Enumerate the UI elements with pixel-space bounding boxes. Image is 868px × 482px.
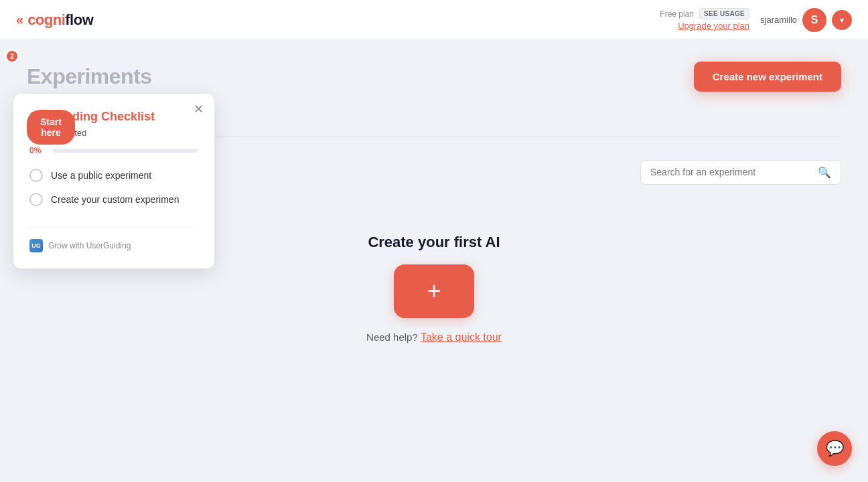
checklist-item-2[interactable]: Create your custom experimen [29, 193, 198, 206]
header-right: Free plan SEE USAGE Upgrade your plan sj… [660, 8, 852, 32]
start-here-button[interactable]: Start here [27, 110, 75, 145]
userguiding-logo: UG [29, 239, 43, 252]
chat-bubble-button[interactable]: 💬 [817, 431, 852, 466]
create-first-ai-button[interactable]: + [394, 264, 474, 318]
see-usage-badge[interactable]: SEE USAGE [699, 8, 749, 19]
search-icon: 🔍 [818, 166, 831, 179]
logo-cogni: cogni [27, 11, 65, 28]
checklist-label-1: Use a public experiment [51, 170, 151, 181]
page-title: Experiments [27, 64, 152, 89]
progress-percent: 0% [29, 146, 46, 155]
user-dropdown-button[interactable]: ▾ [832, 10, 852, 30]
quick-tour-link[interactable]: Take a quick tour [421, 331, 502, 343]
create-new-experiment-button[interactable]: Create new experiment [694, 62, 841, 92]
search-wrapper: 🔍 [640, 160, 841, 185]
plan-top: Free plan SEE USAGE [660, 8, 749, 19]
page-header: Experiments Create new experiment [27, 62, 841, 92]
checklist-items: Use a public experiment Create your cust… [29, 169, 198, 206]
plan-info: Free plan SEE USAGE Upgrade your plan [660, 8, 749, 31]
empty-state-title: Create your first AI [368, 234, 500, 251]
close-icon[interactable]: ✕ [194, 103, 204, 115]
logo-chevrons-icon: « [16, 12, 23, 27]
chat-icon: 💬 [826, 440, 844, 457]
avatar: S [802, 8, 826, 32]
userguiding-text: Grow with UserGuiding [48, 241, 131, 250]
help-text-row: Need help? Take a quick tour [366, 331, 502, 343]
help-text: Need help? [366, 331, 418, 343]
upgrade-link[interactable]: Upgrade your plan [678, 21, 749, 31]
username-label: sjaramillo [760, 15, 797, 25]
checklist-label-2: Create your custom experimen [51, 194, 179, 205]
start-here-badge: 2 [5, 50, 19, 63]
plan-label: Free plan [660, 9, 694, 19]
plus-icon: + [427, 279, 441, 303]
check-circle-2 [29, 193, 43, 206]
user-info: sjaramillo S ▾ [760, 8, 852, 32]
progress-bar [52, 149, 198, 153]
checklist-item-1[interactable]: Use a public experiment [29, 169, 198, 182]
logo-flow: flow [65, 11, 93, 28]
progress-row: 0% [29, 146, 198, 155]
panel-footer: UG Grow with UserGuiding [29, 228, 198, 252]
header: « cogniflow Free plan SEE USAGE Upgrade … [0, 0, 868, 40]
search-input[interactable] [650, 167, 812, 177]
chevron-down-icon: ▾ [840, 15, 844, 25]
check-circle-1 [29, 169, 43, 182]
logo: « cogniflow [16, 11, 93, 29]
logo-text: cogniflow [27, 11, 93, 29]
